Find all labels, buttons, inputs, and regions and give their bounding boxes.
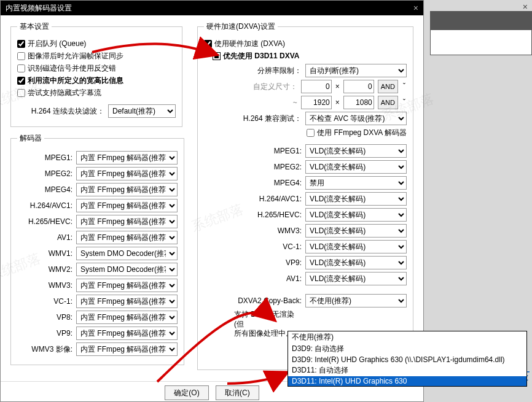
decoder-select-1[interactable]: 内置 FFmpeg 解码器(推荐: [76, 167, 178, 180]
decoder-select-9[interactable]: 内置 FFmpeg 解码器(推荐: [76, 295, 178, 308]
dropdown-option[interactable]: D3D11: Intel(R) UHD Graphics 630: [288, 376, 526, 386]
mode-label: H.264/AVC1:: [234, 195, 302, 203]
custom-h1[interactable]: [343, 80, 374, 93]
decoder-select-8[interactable]: 内置 FFmpeg 解码器(推荐: [76, 279, 178, 292]
use-hw-label: 使用硬件加速 (DXVA): [214, 39, 285, 49]
decoder-label: MPEG1:: [17, 153, 72, 162]
basic-legend: 基本设置: [17, 21, 52, 32]
mode-select-5[interactable]: VLD(流变长解码): [305, 224, 407, 238]
prefer-d3d11-checkbox[interactable]: [213, 52, 221, 60]
decoder-label: WMV3 影像:: [17, 344, 72, 355]
aspect-label: 利用流中所定义的宽高比信息: [28, 75, 123, 86]
mode-label: VC-1:: [234, 242, 302, 251]
window-title: 内置视频解码器设置: [6, 1, 72, 15]
times-icon: ×: [335, 82, 340, 91]
ffmpeg-dxva-checkbox[interactable]: [307, 129, 315, 137]
hw-legend: 硬件加速(DXVA)设置: [204, 21, 278, 32]
chevron-icon: ˇ: [402, 82, 407, 91]
decoders-legend: 解码器: [17, 133, 44, 144]
decoder-select-3[interactable]: 内置 FFmpeg 解码器(推荐: [76, 199, 178, 212]
copyback-label: DXVA2 Copy-Back:: [234, 296, 302, 305]
interlace-label: 识别磁迹信号并使用反交错: [28, 63, 116, 74]
dropframe-checkbox[interactable]: [17, 52, 25, 60]
decoder-label: MPEG2:: [17, 169, 72, 178]
h264deblock-select[interactable]: Default(推荐): [108, 104, 176, 118]
custom-w2[interactable]: [301, 96, 332, 109]
decoder-select-7[interactable]: System DMO Decoder(推荐: [76, 263, 178, 276]
ffmpeg-dxva-label: 使用 FFmpeg DXVA 解码器: [317, 128, 407, 138]
tilde-label: ~: [230, 98, 297, 107]
close-icon: ×: [523, 2, 528, 12]
background-panel: ×: [430, 11, 532, 55]
custom-w1[interactable]: [301, 80, 332, 93]
dropdown-option[interactable]: D3D9: 自动选择: [288, 343, 526, 355]
mode-select-3[interactable]: VLD(流变长解码): [305, 192, 407, 206]
decoder-label: WMV1:: [17, 249, 72, 258]
decoder-label: AV1:: [17, 233, 72, 242]
mode-select-2[interactable]: 禁用: [305, 176, 407, 190]
subtitle-label: 尝试支持隐藏式字幕流: [28, 88, 101, 98]
queue-checkbox[interactable]: [17, 40, 25, 48]
decoder-select-4[interactable]: 内置 FFmpeg 解码器(推荐: [76, 215, 178, 228]
times-icon: ×: [335, 98, 340, 107]
decoder-select-6[interactable]: System DMO Decoder(推荐: [76, 247, 178, 260]
decoder-select-11[interactable]: 内置 FFmpeg 解码器(推荐: [76, 327, 178, 340]
customsize-label: 自定义尺寸：: [230, 82, 297, 92]
decoder-select-0[interactable]: 内置 FFmpeg 解码器(推荐: [76, 151, 178, 164]
reslimit-label: 分辨率限制：: [234, 66, 302, 76]
dropdown-option[interactable]: D3D11: 自动选择: [288, 365, 526, 376]
decoder-label: H.264/AVC1:: [17, 201, 72, 210]
mode-select-4[interactable]: VLD(流变长解码): [305, 208, 407, 222]
decoder-label: VP8:: [17, 313, 72, 322]
ok-button[interactable]: 确定(O): [165, 385, 208, 400]
subtitle-checkbox[interactable]: [17, 89, 25, 97]
prefer-d3d11-label: 优先使用 D3D11 DXVA: [223, 51, 299, 61]
decoder-label: H.265/HEVC:: [17, 217, 72, 226]
mode-label: AV1:: [234, 274, 302, 283]
custom-h2[interactable]: [343, 96, 374, 109]
h264deblock-label: H.264 连续去块滤波：: [17, 106, 104, 117]
decoders-group: 解码器 MPEG1:内置 FFmpeg 解码器(推荐MPEG2:内置 FFmpe…: [10, 133, 184, 365]
decoder-select-12[interactable]: 内置 FFmpeg 解码器(推荐: [76, 342, 178, 356]
compat-select[interactable]: 不检查 AVC 等级(推荐): [305, 112, 407, 125]
mode-select-0[interactable]: VLD(流变长解码): [305, 144, 407, 158]
aspect-checkbox[interactable]: [17, 77, 25, 85]
mode-select-1[interactable]: VLD(流变长解码): [305, 160, 407, 174]
mode-label: MPEG2:: [234, 163, 302, 171]
queue-label: 开启队列 (Queue): [28, 39, 86, 49]
decoder-label: WMV3:: [17, 281, 72, 290]
mode-label: MPEG1:: [234, 147, 302, 155]
dropdown-option[interactable]: D3D9: Intel(R) UHD Graphics 630 (\\.\DIS…: [288, 355, 526, 365]
titlebar: 内置视频解码器设置 ×: [1, 1, 423, 15]
decoder-select-10[interactable]: 内置 FFmpeg 解码器(推荐: [76, 311, 178, 324]
chevron-icon: ˇ: [402, 98, 407, 107]
and-button-2[interactable]: AND: [378, 96, 398, 109]
mode-select-6[interactable]: VLD(流变长解码): [305, 240, 407, 253]
decoder-label: VC-1:: [17, 297, 72, 306]
use-hw-checkbox[interactable]: [204, 40, 212, 48]
compat-label: H.264 兼容测试：: [234, 114, 302, 124]
mode-select-7[interactable]: VLD(流变长解码): [305, 256, 407, 269]
copyback-dropdown-list[interactable]: 不使用(推荐)D3D9: 自动选择D3D9: Intel(R) UHD Grap…: [288, 331, 527, 387]
dropframe-label: 图像滞后时允许漏帧保证同步: [28, 51, 123, 61]
mode-select-8[interactable]: VLD(流变长解码): [305, 272, 407, 285]
decoder-label: VP9:: [17, 329, 72, 338]
dropdown-option[interactable]: 不使用(推荐): [288, 331, 526, 343]
panel-header-bar: [431, 12, 531, 30]
decoder-select-5[interactable]: 内置 FFmpeg 解码器(推荐: [76, 231, 178, 244]
reslimit-select[interactable]: 自动判断(推荐): [305, 64, 407, 77]
mode-label: H.265/HEVC:: [234, 211, 302, 219]
basic-settings-group: 基本设置 开启队列 (Queue) 图像滞后时允许漏帧保证同步 识别磁迹信号并使…: [10, 21, 182, 127]
hw-group: 硬件加速(DXVA)设置 使用硬件加速 (DXVA) 优先使用 D3D11 DX…: [197, 21, 413, 370]
interlace-checkbox[interactable]: [17, 64, 25, 72]
and-button-1[interactable]: AND: [378, 80, 398, 93]
copyback-select[interactable]: 不使用(推荐): [305, 294, 407, 307]
decoder-label: MPEG4:: [17, 185, 72, 194]
mode-label: MPEG4:: [234, 179, 302, 187]
decoder-select-2[interactable]: 内置 FFmpeg 解码器(推荐: [76, 183, 178, 196]
mode-label: WMV3:: [234, 226, 302, 235]
mode-label: VP9:: [234, 258, 302, 267]
close-icon[interactable]: ×: [413, 1, 418, 15]
decoder-label: WMV2:: [17, 265, 72, 274]
cancel-button[interactable]: 取消(C): [216, 385, 259, 400]
